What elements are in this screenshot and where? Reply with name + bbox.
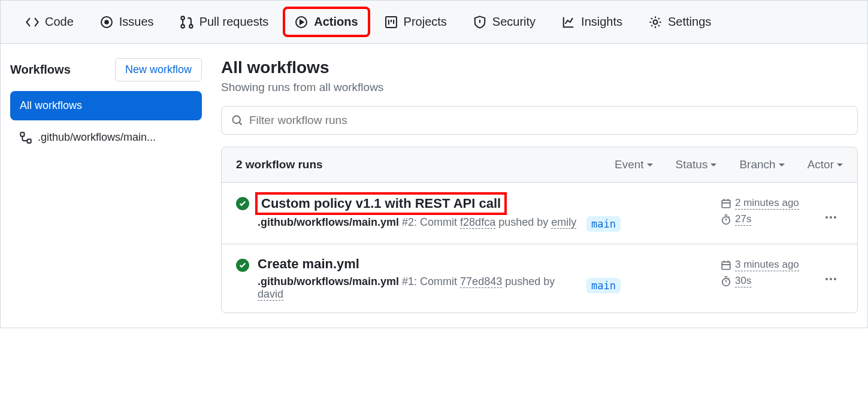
tab-settings[interactable]: Settings — [638, 8, 722, 36]
run-time-ago: 2 minutes ago — [721, 197, 810, 210]
svg-rect-8 — [20, 132, 24, 136]
success-icon — [236, 197, 249, 210]
tab-label: Pull requests — [199, 15, 269, 29]
svg-point-7 — [654, 20, 658, 24]
stopwatch-icon — [721, 214, 731, 225]
tab-insights[interactable]: Insights — [551, 8, 633, 36]
caret-down-icon — [647, 163, 653, 166]
repo-topnav: Code Issues Pull requests Actions Projec… — [1, 1, 867, 44]
tab-label: Insights — [581, 15, 622, 29]
actor-link[interactable]: emily — [551, 216, 576, 229]
run-subtitle: .github/workflows/main.yml #1: Commit 77… — [258, 275, 578, 301]
sidebar-item-all-workflows[interactable]: All workflows — [10, 91, 202, 120]
caret-down-icon — [710, 163, 716, 166]
runs-list: Custom policy v1.1 with REST API call .g… — [222, 183, 857, 313]
workflow-file-name: .github/workflows/main.yml — [258, 216, 399, 228]
play-circle-icon — [295, 16, 308, 29]
svg-rect-9 — [28, 139, 31, 143]
tab-projects[interactable]: Projects — [374, 8, 458, 36]
graph-icon — [562, 16, 575, 29]
run-actions-col — [819, 256, 843, 280]
run-info: Custom policy v1.1 with REST API call .g… — [258, 195, 578, 229]
filter-box[interactable] — [221, 106, 858, 135]
run-subtitle: .github/workflows/main.yml #2: Commit f2… — [258, 216, 578, 229]
filter-actor[interactable]: Actor — [807, 158, 843, 171]
sidebar-item-label: All workflows — [20, 99, 82, 112]
run-title-link[interactable]: Create main.yml — [258, 256, 359, 272]
svg-point-1 — [105, 20, 108, 24]
run-number: #1 — [402, 275, 414, 287]
tab-label: Security — [492, 15, 536, 29]
svg-rect-11 — [722, 200, 730, 207]
run-row: Custom policy v1.1 with REST API call .g… — [222, 183, 857, 244]
sidebar-title: Workflows — [10, 63, 71, 77]
tab-security[interactable]: Security — [462, 8, 546, 36]
caret-down-icon — [837, 163, 843, 166]
sidebar-item-workflow-file[interactable]: .github/workflows/main... — [10, 123, 202, 152]
run-duration: 27s — [721, 213, 810, 226]
branch-badge[interactable]: main — [586, 278, 621, 293]
filter-branch[interactable]: Branch — [739, 158, 784, 171]
workflow-file-name: .github/workflows/main.yml — [258, 275, 399, 287]
run-branch-col: main — [586, 256, 712, 293]
tab-actions[interactable]: Actions — [284, 8, 368, 36]
pull-request-icon — [180, 16, 193, 29]
new-workflow-button[interactable]: New workflow — [115, 58, 202, 81]
success-icon — [236, 259, 249, 272]
gear-icon — [649, 16, 662, 29]
tab-code[interactable]: Code — [15, 8, 84, 36]
run-meta-col: 3 minutes ago 30s — [721, 256, 810, 291]
kebab-menu-button[interactable] — [825, 216, 836, 219]
shield-icon — [473, 16, 486, 29]
code-icon — [26, 16, 39, 29]
sidebar-item-label: .github/workflows/main... — [38, 131, 156, 144]
tab-label: Actions — [314, 15, 358, 29]
main-container: Workflows New workflow All workflows .gi… — [1, 44, 867, 328]
run-duration: 30s — [721, 275, 810, 287]
calendar-icon — [721, 198, 731, 209]
stopwatch-icon — [721, 276, 731, 287]
page-title: All workflows — [221, 58, 858, 77]
svg-rect-13 — [722, 262, 730, 269]
runs-filters: Event Status Branch Actor — [615, 158, 843, 171]
issues-icon — [100, 16, 113, 29]
run-number: #2 — [402, 216, 414, 228]
tab-label: Code — [45, 15, 74, 29]
svg-point-4 — [189, 25, 193, 28]
svg-point-2 — [181, 16, 185, 20]
run-title-link[interactable]: Custom policy v1.1 with REST API call — [258, 195, 504, 213]
actor-link[interactable]: david — [258, 288, 283, 301]
page-subtitle: Showing runs from all workflows — [221, 81, 858, 94]
svg-point-10 — [233, 116, 241, 124]
commit-hash[interactable]: 77ed843 — [460, 275, 502, 288]
run-branch-col: main — [586, 195, 712, 232]
project-icon — [385, 16, 398, 29]
runs-panel: 2 workflow runs Event Status Branch Acto… — [221, 147, 858, 313]
calendar-icon — [721, 260, 731, 271]
filter-status[interactable]: Status — [676, 158, 717, 171]
tab-label: Projects — [404, 15, 447, 29]
runs-count: 2 workflow runs — [236, 158, 323, 171]
run-time-ago: 3 minutes ago — [721, 259, 810, 271]
workflow-icon — [20, 132, 32, 144]
runs-header: 2 workflow runs Event Status Branch Acto… — [222, 147, 857, 183]
tab-label: Settings — [668, 15, 711, 29]
kebab-menu-button[interactable] — [825, 278, 836, 280]
branch-badge[interactable]: main — [586, 216, 621, 232]
caret-down-icon — [779, 163, 785, 166]
filter-input[interactable] — [249, 114, 848, 127]
sidebar-header: Workflows New workflow — [10, 58, 202, 81]
tab-issues[interactable]: Issues — [89, 8, 165, 36]
commit-hash[interactable]: f28dfca — [460, 216, 495, 229]
sidebar: Workflows New workflow All workflows .gi… — [10, 58, 202, 313]
run-info: Create main.yml .github/workflows/main.y… — [258, 256, 578, 301]
tab-pull-requests[interactable]: Pull requests — [170, 8, 280, 36]
tab-label: Issues — [119, 15, 154, 29]
run-row: Create main.yml .github/workflows/main.y… — [222, 244, 857, 313]
run-meta-col: 2 minutes ago 27s — [721, 195, 810, 229]
search-icon — [231, 114, 243, 126]
svg-point-3 — [181, 25, 185, 28]
filter-event[interactable]: Event — [615, 158, 653, 171]
run-actions-col — [819, 195, 843, 219]
content: All workflows Showing runs from all work… — [221, 58, 858, 313]
